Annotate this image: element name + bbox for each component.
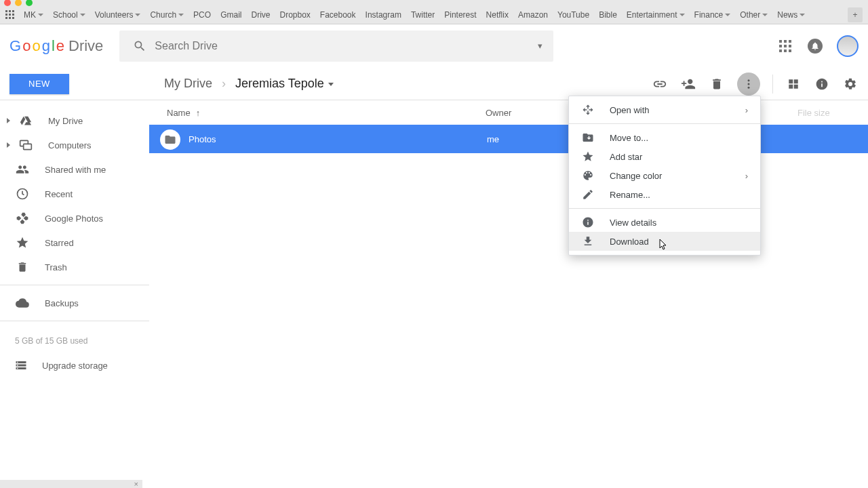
photos-icon (15, 211, 30, 225)
breadcrumb-current[interactable]: Jeremias Tepole (235, 77, 334, 91)
sidebar-item-label: Trash (45, 262, 67, 272)
upgrade-storage-label: Upgrade storage (42, 361, 108, 371)
sidebar-item-my-drive[interactable]: My Drive (0, 108, 149, 133)
more-actions-button[interactable] (737, 73, 760, 96)
bookmark-item[interactable]: Netflix (486, 10, 509, 20)
menu-item-label: Move to... (610, 133, 648, 143)
bookmark-item[interactable]: Finance (694, 10, 731, 20)
chevron-down-icon (80, 14, 85, 16)
svg-point-2 (748, 86, 750, 88)
bookmark-item[interactable]: Gmail (220, 10, 241, 20)
rename-icon (581, 188, 595, 201)
column-name[interactable]: Name↑ (167, 108, 486, 118)
search-icon[interactable] (125, 39, 155, 53)
sidebar-item-backups[interactable]: Backups (0, 291, 149, 315)
column-size[interactable]: File size (797, 108, 850, 118)
clock-icon (15, 187, 30, 201)
sidebar-item-label: Computers (48, 140, 92, 150)
sidebar-item-shared-with-me[interactable]: Shared with me (0, 157, 149, 182)
new-tab-button[interactable]: + (848, 7, 863, 22)
apps-shortcut[interactable] (5, 10, 14, 19)
grid-view-icon[interactable] (785, 76, 802, 92)
chevron-down-icon (38, 14, 43, 16)
close-icon[interactable]: × (134, 480, 138, 488)
chevron-down-icon (679, 14, 685, 16)
google-apps-icon[interactable] (777, 38, 793, 54)
menu-item-add-star[interactable]: Add star (569, 147, 760, 166)
storage-text: 5 GB of 15 GB used (0, 327, 149, 355)
menu-item-label: Open with (610, 105, 650, 115)
move-icon (581, 131, 595, 144)
chevron-right-icon: › (745, 105, 748, 115)
search-options-dropdown[interactable]: ▾ (532, 41, 548, 51)
view-details-icon[interactable] (814, 76, 830, 92)
sidebar-item-label: Backups (45, 298, 79, 308)
sidebar-item-starred[interactable]: Starred (0, 230, 149, 255)
bookmark-item[interactable]: News (777, 10, 805, 20)
expand-icon (7, 142, 10, 148)
new-button[interactable]: NEW (9, 74, 69, 94)
search-input[interactable] (155, 40, 532, 52)
sidebar-item-label: Starred (45, 238, 74, 248)
account-avatar[interactable] (837, 35, 859, 57)
menu-item-label: View details (610, 218, 656, 228)
upgrade-storage-link[interactable]: Upgrade storage (0, 355, 149, 375)
get-link-icon[interactable] (652, 76, 668, 92)
bookmark-item[interactable]: Volunteers (95, 10, 141, 20)
bookmark-item[interactable]: Drive (251, 10, 270, 20)
bookmark-item[interactable]: Twitter (411, 10, 435, 20)
menu-item-label: Add star (610, 152, 642, 162)
bookmark-item[interactable]: YouTube (557, 10, 589, 20)
trash-icon (15, 261, 30, 273)
share-icon[interactable] (680, 76, 696, 92)
toolbar-divider (772, 75, 773, 94)
menu-item-change-color[interactable]: Change color› (569, 166, 760, 185)
menu-item-rename[interactable]: Rename... (569, 185, 760, 204)
notifications-icon[interactable] (807, 38, 823, 54)
bookmark-item[interactable]: Facebook (320, 10, 356, 20)
sidebar-item-computers[interactable]: Computers (0, 133, 149, 157)
menu-item-label: Rename... (610, 190, 650, 200)
search-box[interactable]: ▾ (119, 30, 553, 62)
bookmark-item[interactable]: MK (24, 10, 43, 20)
bookmark-item[interactable]: Entertainment (627, 10, 685, 20)
sidebar-item-trash[interactable]: Trash (0, 255, 149, 279)
bookmark-item[interactable]: Other (740, 10, 768, 20)
bookmark-item[interactable]: PCO (193, 10, 211, 20)
people-icon (15, 163, 30, 176)
menu-item-label: Change color (610, 171, 662, 181)
bookmark-item[interactable]: Pinterest (444, 10, 476, 20)
menu-item-move-to[interactable]: Move to... (569, 128, 760, 147)
folder-icon (160, 129, 180, 150)
menu-item-label: Download (610, 237, 649, 247)
sort-arrow-icon: ↑ (196, 108, 201, 118)
drive-header: Google Drive ▾ (0, 24, 868, 68)
download-icon (581, 235, 595, 247)
menu-item-download[interactable]: Download (569, 232, 760, 251)
mac-titlebar (0, 0, 868, 5)
sidebar-divider (0, 285, 149, 285)
bookmark-item[interactable]: Church (150, 10, 184, 20)
menu-item-view-details[interactable]: View details (569, 213, 760, 232)
chevron-right-icon: › (745, 171, 748, 181)
chevron-down-icon (762, 14, 768, 16)
menu-item-open-with[interactable]: Open with› (569, 100, 760, 119)
expand-icon (7, 118, 10, 123)
delete-icon[interactable] (709, 76, 725, 92)
sidebar-divider (0, 321, 149, 321)
bookmark-item[interactable]: School (53, 10, 85, 20)
sidebar: My DriveComputersShared with meRecentGoo… (0, 100, 149, 488)
sidebar-item-recent[interactable]: Recent (0, 182, 149, 206)
svg-point-1 (748, 83, 750, 85)
bookmark-item[interactable]: Amazon (518, 10, 548, 20)
star-icon (15, 236, 30, 249)
google-drive-logo[interactable]: Google Drive (9, 37, 103, 55)
breadcrumb-root[interactable]: My Drive (164, 77, 212, 91)
bookmarks-bar: MKSchoolVolunteersChurchPCOGmailDriveDro… (0, 5, 868, 24)
sidebar-item-google-photos[interactable]: Google Photos (0, 206, 149, 230)
bookmark-item[interactable]: Dropbox (279, 10, 310, 20)
file-name: Photos (189, 134, 487, 144)
bookmark-item[interactable]: Bible (599, 10, 617, 20)
bookmark-item[interactable]: Instagram (366, 10, 401, 20)
settings-icon[interactable] (842, 76, 859, 92)
